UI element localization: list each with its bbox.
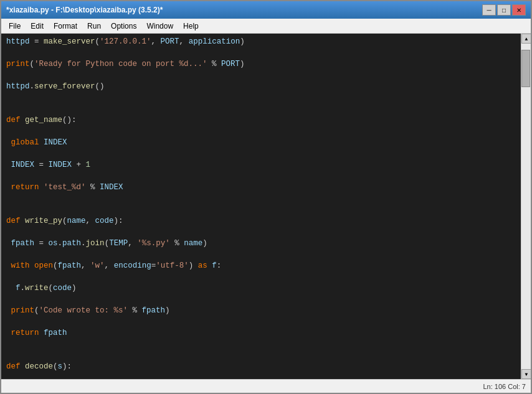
ln-col-status: Ln: 106 Col: 7 (483, 383, 526, 390)
code-editor[interactable]: httpd = make_server('127.0.0.1', PORT, a… (1, 34, 521, 379)
status-bar: Ln: 106 Col: 7 (1, 379, 531, 393)
menu-format[interactable]: Format (49, 21, 82, 32)
close-button[interactable]: ✕ (512, 4, 526, 16)
menu-options[interactable]: Options (106, 21, 141, 32)
vertical-scrollbar[interactable]: ▲ ▼ (521, 34, 531, 379)
minimize-button[interactable]: ─ (482, 4, 496, 16)
menu-bar: File Edit Format Run Options Window Help (1, 19, 531, 34)
menu-help[interactable]: Help (178, 21, 204, 32)
editor-container: httpd = make_server('127.0.0.1', PORT, a… (1, 34, 531, 379)
menu-file[interactable]: File (4, 21, 26, 32)
menu-edit[interactable]: Edit (26, 21, 49, 32)
main-window: *xiazaiba.py - F:\Desktop\xiazaiba.py (3… (0, 0, 532, 394)
menu-run[interactable]: Run (82, 21, 106, 32)
title-bar-buttons: ─ □ ✕ (482, 4, 526, 16)
scroll-track[interactable] (521, 44, 531, 369)
title-bar: *xiazaiba.py - F:\Desktop\xiazaiba.py (3… (1, 1, 531, 19)
maximize-button[interactable]: □ (497, 4, 511, 16)
scroll-thumb[interactable] (521, 50, 530, 87)
menu-window[interactable]: Window (141, 21, 178, 32)
scroll-up-button[interactable]: ▲ (521, 34, 531, 44)
scroll-down-button[interactable]: ▼ (521, 369, 531, 379)
window-title: *xiazaiba.py - F:\Desktop\xiazaiba.py (3… (6, 6, 163, 14)
